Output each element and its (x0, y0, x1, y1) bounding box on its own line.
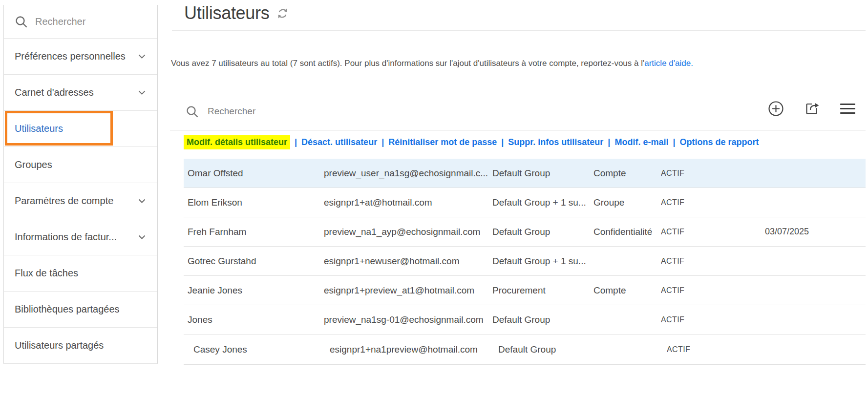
table-row[interactable]: Gotrec Gurstahd esignpr1+newuser@hotmail… (184, 247, 866, 276)
user-actions-bar: Modif. détails utilisateur|Désact. utili… (184, 135, 759, 150)
action-link-report-options[interactable]: Options de rapport (679, 137, 759, 147)
sidebar-item-utilisateurs[interactable]: Utilisateurs (4, 110, 157, 146)
user-email: preview_na1sg-01@echosignmail.com (324, 314, 492, 325)
chevron-down-icon (138, 90, 146, 95)
sidebar-item-preferences-personnelles[interactable]: Préférences personnelles (4, 38, 157, 74)
table-row[interactable]: Elom Erikson esignpr1+at@hotmail.com Def… (184, 188, 866, 217)
user-email: esignpr1+at@hotmail.com (324, 197, 492, 208)
table-row[interactable]: Omar Offsted preview_user_na1sg@echosign… (184, 159, 866, 188)
user-name: Jeanie Jones (184, 285, 324, 296)
user-date: 03/07/2025 (765, 227, 866, 237)
table-row[interactable]: Jeanie Jones esignpr1+preview_at1@hotmai… (184, 276, 866, 305)
user-group: Default Group (492, 314, 593, 325)
action-link-edit-user-details[interactable]: Modif. détails utilisateur (184, 135, 290, 149)
add-user-icon[interactable] (768, 101, 784, 117)
toolbar-divider (170, 130, 866, 130)
sidebar-item-flux-taches[interactable]: Flux de tâches (4, 255, 157, 291)
user-group: Default Group (492, 227, 593, 237)
user-name: Elom Erikson (184, 197, 324, 208)
help-article-link[interactable]: article d'aide. (644, 59, 693, 68)
user-group: Default Group (492, 168, 593, 179)
sidebar-search-input[interactable] (35, 16, 148, 27)
user-email: preview_na1_ayp@echosignmail.com (324, 227, 492, 237)
status-badge: ACTIF (667, 345, 771, 354)
user-admin-level: Groupe (593, 197, 661, 208)
status-badge: ACTIF (661, 169, 765, 178)
search-icon (186, 105, 199, 118)
user-name: Jones (184, 314, 324, 325)
user-name: Omar Offsted (184, 168, 324, 179)
user-group: Default Group + 1 su... (492, 256, 593, 267)
user-count-info: Vous avez 7 utilisateurs au total (7 son… (171, 59, 693, 68)
sidebar-item-bibliotheques-partagees[interactable]: Bibliothèques partagées (4, 291, 157, 327)
user-name: Freh Farnham (184, 227, 324, 237)
user-name: Casey Jones (190, 344, 330, 355)
table-row[interactable]: Jones preview_na1sg-01@echosignmail.com … (184, 305, 866, 334)
user-group: Default Group + 1 su... (492, 197, 593, 208)
action-link-edit-email[interactable]: Modif. e-mail (614, 137, 668, 147)
table-search-input[interactable] (208, 106, 413, 117)
status-badge: ACTIF (661, 257, 765, 266)
sidebar-search[interactable] (4, 5, 157, 38)
status-badge: ACTIF (661, 228, 765, 236)
export-icon[interactable] (804, 101, 820, 116)
table-row[interactable]: Freh Farnham preview_na1_ayp@echosignmai… (184, 217, 866, 247)
page-title: Utilisateurs (184, 3, 269, 23)
action-link-delete-user-info[interactable]: Suppr. infos utilisateur (508, 137, 603, 147)
users-table: Omar Offsted preview_user_na1sg@echosign… (184, 159, 866, 365)
sidebar-item-groupes[interactable]: Groupes (4, 146, 157, 183)
user-admin-level: Confidentialité (593, 227, 661, 237)
sidebar-item-utilisateurs-partages[interactable]: Utilisateurs partagés (4, 327, 157, 363)
hamburger-menu-icon[interactable] (840, 103, 855, 114)
chevron-down-icon (138, 235, 146, 239)
table-toolbar-icons (768, 99, 855, 118)
user-email: preview_user_na1sg@echosignmail.c... (324, 168, 492, 179)
sidebar-item-carnet-adresses[interactable]: Carnet d'adresses (4, 74, 157, 110)
user-group: Default Group (498, 344, 599, 355)
settings-sidebar: Préférences personnelles Carnet d'adress… (3, 5, 158, 364)
status-badge: ACTIF (661, 315, 765, 324)
users-admin-page: { "sidebar": { "search": { "placeholder"… (0, 0, 868, 418)
title-divider (172, 30, 866, 31)
sidebar-item-parametres-compte[interactable]: Paramètres de compte (4, 183, 157, 219)
status-badge: ACTIF (661, 286, 765, 295)
user-email: esignpr1+na1preview@hotmail.com (330, 344, 498, 355)
table-row[interactable]: Casey Jones esignpr1+na1preview@hotmail.… (184, 334, 866, 365)
chevron-down-icon (138, 199, 146, 203)
user-name: Gotrec Gurstahd (184, 256, 324, 267)
sidebar-item-informations-facturation[interactable]: Informations de factur... (4, 219, 157, 255)
user-email: esignpr1+newuser@hotmail.com (324, 256, 492, 267)
chevron-down-icon (138, 54, 146, 59)
user-email: esignpr1+preview_at1@hotmail.com (324, 285, 492, 296)
status-badge: ACTIF (661, 198, 765, 207)
user-admin-level: Compte (593, 168, 661, 179)
action-link-reset-password[interactable]: Réinitialiser mot de passe (388, 137, 497, 147)
search-icon (15, 15, 28, 28)
user-admin-level: Compte (593, 285, 661, 296)
table-search[interactable] (186, 102, 413, 121)
user-group: Procurement (492, 285, 593, 296)
refresh-icon[interactable] (276, 7, 289, 20)
action-link-deactivate-user[interactable]: Désact. utilisateur (301, 137, 377, 147)
page-header: Utilisateurs (184, 3, 289, 23)
